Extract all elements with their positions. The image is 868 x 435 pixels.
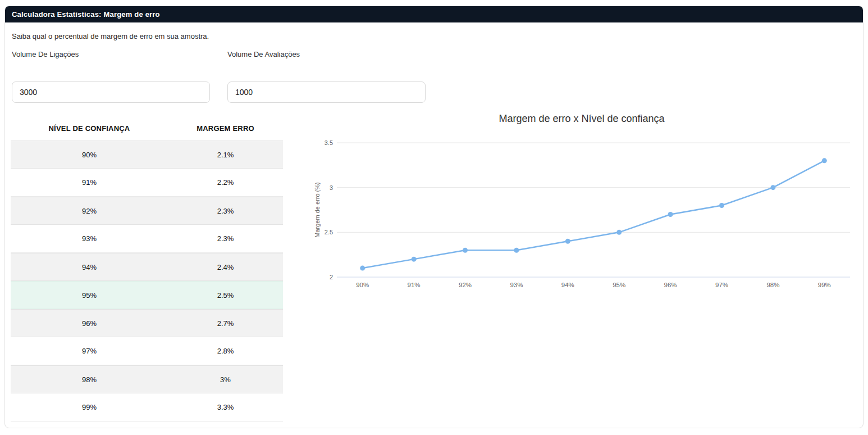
x-tick-label: 94% [561, 282, 574, 288]
volume-ligacoes-input[interactable] [12, 81, 210, 103]
margin-error-cell: 2.7% [168, 319, 283, 328]
data-point[interactable] [616, 230, 622, 235]
table-row[interactable]: 99%3.3% [11, 393, 283, 422]
x-tick-label: 92% [459, 282, 472, 288]
table-row[interactable]: 90%2.1% [11, 141, 283, 169]
confidence-table: NÍVEL DE CONFIANÇA MARGEM ERRO 90%2.1%91… [11, 116, 283, 422]
margin-error-cell: 2.5% [168, 291, 283, 300]
data-point[interactable] [668, 212, 673, 217]
data-point[interactable] [360, 266, 365, 271]
margin-error-cell: 2.3% [168, 234, 283, 243]
table-row[interactable]: 95%2.5% [11, 281, 283, 309]
margin-error-cell: 2.1% [168, 151, 283, 159]
y-tick-label: 2 [330, 274, 333, 280]
confidence-level-cell: 99% [11, 403, 168, 411]
data-point[interactable] [770, 185, 775, 190]
data-point[interactable] [514, 248, 519, 253]
volume-avaliacoes-label: Volume De Avaliações [227, 50, 300, 58]
x-tick-label: 97% [715, 282, 728, 288]
x-tick-label: 90% [356, 282, 369, 288]
x-tick-label: 96% [664, 282, 677, 288]
card-header: Calculadora Estatísticas: Margem de erro [5, 6, 863, 22]
margin-error-cell: 2.3% [168, 207, 283, 215]
x-tick-label: 91% [408, 282, 421, 288]
y-tick-label: 3 [330, 184, 333, 191]
table-row[interactable]: 98%3% [11, 365, 283, 393]
col-margin-header: MARGEM ERRO [168, 124, 283, 133]
confidence-level-cell: 92% [11, 207, 168, 215]
chart-canvas: 22.533.5Margem de erro (%)90%91%92%93%94… [304, 107, 860, 301]
data-point[interactable] [719, 203, 724, 208]
calculator-card: Calculadora Estatísticas: Margem de erro… [4, 6, 864, 428]
data-point[interactable] [412, 257, 417, 262]
data-point[interactable] [822, 158, 827, 163]
y-tick-label: 2.5 [325, 229, 333, 235]
confidence-level-cell: 98% [11, 375, 168, 384]
data-point[interactable] [463, 248, 468, 253]
confidence-level-cell: 96% [11, 319, 168, 328]
margin-error-cell: 2.8% [168, 347, 283, 355]
x-tick-label: 93% [510, 282, 523, 288]
data-point[interactable] [565, 239, 570, 244]
confidence-level-cell: 91% [11, 178, 168, 187]
margin-error-cell: 3% [168, 375, 283, 384]
volume-avaliacoes-input[interactable] [227, 81, 426, 103]
table-row[interactable]: 97%2.8% [11, 337, 283, 365]
table-row[interactable]: 96%2.7% [11, 309, 283, 337]
volume-ligacoes-label: Volume De Ligações [12, 50, 79, 58]
table-row[interactable]: 92%2.3% [11, 197, 283, 225]
confidence-level-cell: 90% [11, 151, 168, 159]
x-tick-label: 95% [613, 282, 625, 288]
margin-error-chart: Margem de erro x Nível de confiança 22.5… [304, 107, 860, 301]
confidence-level-cell: 97% [11, 347, 168, 355]
table-header: NÍVEL DE CONFIANÇA MARGEM ERRO [11, 116, 283, 141]
margin-error-cell: 2.4% [168, 263, 283, 271]
y-tick-label: 3.5 [325, 139, 333, 146]
margin-error-cell: 3.3% [168, 403, 283, 411]
x-tick-label: 99% [818, 282, 831, 288]
x-tick-label: 98% [766, 282, 779, 288]
confidence-level-cell: 95% [11, 291, 168, 300]
series-line [363, 161, 825, 268]
confidence-level-cell: 93% [11, 234, 168, 243]
table-row[interactable]: 94%2.4% [11, 253, 283, 281]
intro-text: Saiba qual o percentual de margem de err… [12, 32, 209, 40]
margin-error-cell: 2.2% [168, 178, 283, 187]
table-row[interactable]: 93%2.3% [11, 225, 283, 253]
page-title: Calculadora Estatísticas: Margem de erro [12, 10, 160, 19]
confidence-level-cell: 94% [11, 263, 168, 271]
y-axis-title: Margem de erro (%) [314, 182, 321, 237]
col-confidence-header: NÍVEL DE CONFIANÇA [11, 124, 168, 133]
table-row[interactable]: 91%2.2% [11, 169, 283, 197]
confidence-table-body: 90%2.1%91%2.2%92%2.3%93%2.3%94%2.4%95%2.… [11, 141, 283, 422]
